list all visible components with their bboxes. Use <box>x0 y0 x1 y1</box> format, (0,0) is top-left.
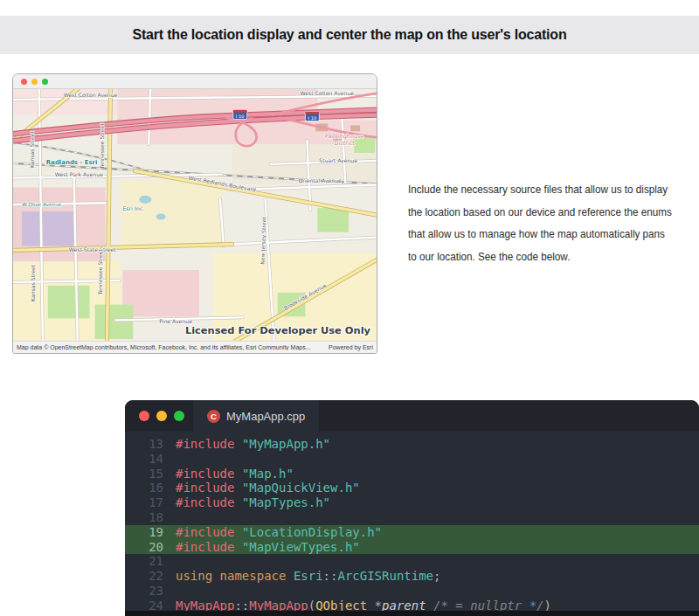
line-number: 16 <box>125 481 163 495</box>
code-line-19: 19#include "LocationDisplay.h" <box>125 525 699 540</box>
street-label: Tennessee Street <box>97 248 103 295</box>
code-line-13: 13#include "MyMapApp.h" <box>125 437 699 452</box>
code-text: #include "MyMapApp.h" <box>163 437 330 452</box>
line-number: 20 <box>125 540 163 555</box>
street-label: Kansas Street <box>29 130 35 168</box>
line-number: 14 <box>125 452 163 467</box>
description-line: the location based on our device and ref… <box>408 201 699 224</box>
zoom-button[interactable] <box>42 79 48 85</box>
map-window: I 10 I 10 West Colton Avenue West Colton… <box>12 73 377 354</box>
code-text <box>163 510 176 525</box>
code-text: #include "MapQuickView.h" <box>163 481 360 495</box>
code-line-16: 16#include "MapQuickView.h" <box>125 481 699 495</box>
window-bottom-edge <box>125 611 699 616</box>
place-label-esri-inc: Esri Inc. <box>122 205 144 211</box>
code-line-21: 21 <box>125 554 699 569</box>
attribution-text: Map data © OpenStreetMap contributors, M… <box>17 344 311 350</box>
street-label: Kansas Street <box>30 264 36 301</box>
street-label: Tennessee Street <box>98 122 104 170</box>
line-number: 15 <box>125 467 163 481</box>
close-button[interactable] <box>21 79 27 85</box>
code-line-23: 23 <box>125 584 699 599</box>
close-button[interactable] <box>139 411 149 421</box>
street-label: West Colton Avenue <box>300 90 354 96</box>
map-attribution: Map data © OpenStreetMap contributors, M… <box>13 341 377 353</box>
street-label: West Park Avenue <box>55 171 103 177</box>
code-text <box>163 584 176 599</box>
street-label: Oriental Avenue <box>298 178 342 184</box>
code-line-18: 18 <box>125 510 699 525</box>
window-controls <box>125 400 193 432</box>
code-text: #include "MapTypes.h" <box>163 495 330 510</box>
map-view[interactable]: I 10 I 10 West Colton Avenue West Colton… <box>13 89 377 341</box>
code-text: #include "MapViewTypes.h" <box>163 540 360 555</box>
code-line-15: 15#include "Map.h" <box>125 467 699 481</box>
description-line: that allow us to manage how the map auto… <box>408 223 699 246</box>
description-line: Include the necessary source files that … <box>408 178 699 201</box>
i10-shield-label: I 10 <box>236 114 245 119</box>
description-text: Include the necessary source files that … <box>408 178 699 267</box>
minimize-button[interactable] <box>156 411 167 421</box>
code-lines: 13#include "MyMapApp.h"1415#include "Map… <box>125 432 699 613</box>
line-number: 19 <box>125 525 163 540</box>
code-line-22: 22using namespace Esri::ArcGISRuntime; <box>125 569 699 584</box>
street-label: West State Street <box>69 246 117 253</box>
cpp-file-icon: C <box>207 410 220 423</box>
page-title: Start the location display and center th… <box>133 27 567 43</box>
zoom-button[interactable] <box>174 411 184 421</box>
code-text: #include "Map.h" <box>163 467 294 481</box>
tab-label: MyMapApp.cpp <box>226 410 305 423</box>
place-label-redlands-esri: Redlands - Esri <box>46 159 98 166</box>
i10-shield-label: I 10 <box>308 115 316 121</box>
powered-by-esri-link[interactable]: Powered by Esri <box>329 344 373 350</box>
tab-mymapapp-cpp[interactable]: C MyMapApp.cpp <box>193 400 319 432</box>
code-text <box>163 452 176 467</box>
code-editor-titlebar: C MyMapApp.cpp <box>125 400 699 432</box>
code-line-14: 14 <box>125 452 699 467</box>
map-image[interactable]: I 10 I 10 West Colton Avenue West Colton… <box>13 89 377 341</box>
street-label: West Colton Avenue <box>64 92 118 98</box>
line-number: 22 <box>125 569 163 584</box>
line-number: 17 <box>125 495 163 510</box>
map-window-titlebar[interactable] <box>13 74 377 89</box>
line-number: 23 <box>125 584 163 599</box>
code-text: #include "LocationDisplay.h" <box>163 525 382 540</box>
line-number: 13 <box>125 437 163 452</box>
description-line: to our location. See the code below. <box>408 246 699 268</box>
code-line-20: 20#include "MapViewTypes.h" <box>125 540 699 555</box>
code-text: using namespace Esri::ArcGISRuntime; <box>163 569 440 584</box>
place-label-packinghouse: District <box>335 140 356 147</box>
code-text <box>163 554 176 569</box>
place-label-olive: W Olive Avenue <box>22 202 62 207</box>
code-editor-window: C MyMapApp.cpp 13#include "MyMapApp.h"14… <box>125 400 699 616</box>
street-label: Stuart Avenue <box>319 157 357 163</box>
place-label-packinghouse: Packinghouse <box>325 133 363 140</box>
line-number: 21 <box>125 554 163 569</box>
license-watermark: Licensed For Developer Use Only <box>185 324 371 336</box>
code-line-17: 17#include "MapTypes.h" <box>125 495 699 510</box>
page-header: Start the location display and center th… <box>0 16 699 54</box>
line-number: 18 <box>125 510 163 525</box>
minimize-button[interactable] <box>31 79 38 85</box>
